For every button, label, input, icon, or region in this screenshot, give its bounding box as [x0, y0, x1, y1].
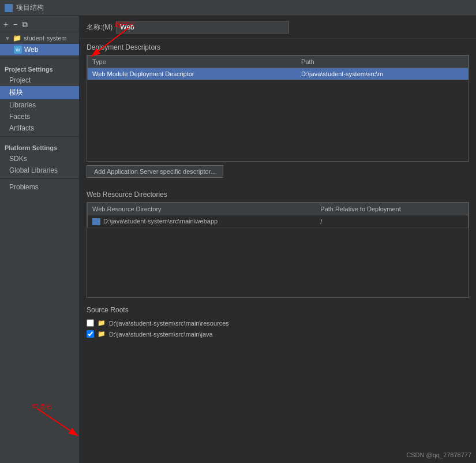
- sidebar-divider-2: [0, 136, 79, 137]
- sidebar-item-global-libraries[interactable]: Global Libraries: [0, 165, 79, 176]
- deployment-descriptors-section: Deployment Descriptors Type Path: [80, 39, 476, 186]
- sidebar-item-libraries[interactable]: Libraries: [0, 99, 79, 111]
- resource-table: Web Resource Directory Path Relative to …: [87, 203, 468, 228]
- sidebar-item-facets[interactable]: Facets: [0, 111, 79, 122]
- sidebar-item-modules[interactable]: 模块: [0, 86, 79, 99]
- content-scroll[interactable]: 名称:(M) Deployment Descriptors Type Path: [80, 16, 476, 463]
- resource-path: /: [316, 215, 468, 228]
- web-resource-title: Web Resource Directories: [87, 191, 469, 199]
- resource-table-container: Web Resource Directory Path Relative to …: [87, 202, 469, 298]
- source-roots-section: Source Roots 📁 D:\java\student-system\sr…: [80, 303, 476, 343]
- source-folder-icon-java: 📁: [98, 330, 106, 338]
- sidebar-divider-1: [0, 58, 79, 58]
- sidebar-item-problems[interactable]: Problems: [0, 181, 79, 193]
- add-descriptor-button[interactable]: Add Application Server specific descript…: [87, 165, 223, 178]
- sidebar-divider-3: [0, 178, 79, 179]
- deployment-title: Deployment Descriptors: [87, 43, 469, 51]
- resource-empty-space: [87, 228, 468, 297]
- source-item-resources: 📁 D:\java\student-system\src\main\resour…: [87, 318, 469, 328]
- tree-root-label: student-system: [24, 35, 67, 42]
- copy-button[interactable]: ⧉: [22, 20, 28, 28]
- table-row[interactable]: Web Module Deployment Descriptor D:\java…: [88, 68, 468, 80]
- source-label-java: D:\java\student-system\src\main\java: [109, 331, 213, 338]
- tree-web-item[interactable]: W Web: [0, 44, 79, 55]
- sidebar-item-project[interactable]: Project: [0, 74, 79, 86]
- tree-root[interactable]: ▼ 📁 student-system: [0, 32, 79, 44]
- descriptor-type: Web Module Deployment Descriptor: [88, 68, 297, 80]
- table-empty-space: [87, 80, 468, 161]
- sidebar-item-sdks[interactable]: SDKs: [0, 153, 79, 165]
- sidebar-toolbar: + − ⧉: [0, 16, 79, 32]
- deployment-table: Type Path Web Module Deployment Descript…: [87, 55, 468, 80]
- name-input[interactable]: [116, 21, 289, 33]
- sidebar: + − ⧉ ▼ 📁 student-system W Web Project S…: [0, 16, 80, 463]
- source-roots-title: Source Roots: [87, 306, 469, 314]
- source-label-resources: D:\java\student-system\src\main\resource…: [109, 320, 229, 327]
- sidebar-item-artifacts[interactable]: Artifacts: [0, 122, 79, 134]
- title-text: 项目结构: [16, 3, 44, 13]
- content-area: 名称:(M) Deployment Descriptors Type Path: [80, 16, 476, 463]
- col-path: Path: [297, 56, 468, 68]
- tree-arrow: ▼: [5, 35, 10, 42]
- tree-web-label: Web: [24, 46, 38, 54]
- deployment-table-container: Type Path Web Module Deployment Descript…: [87, 55, 469, 162]
- source-checkbox-resources[interactable]: [87, 319, 94, 327]
- col-path-relative: Path Relative to Deployment: [316, 203, 468, 215]
- descriptor-path: D:\java\student-system\src\m: [297, 68, 468, 80]
- source-folder-icon-resources: 📁: [98, 319, 106, 327]
- folder-blue-icon: [92, 218, 100, 225]
- web-module-icon: W: [14, 46, 22, 54]
- table-row[interactable]: D:\java\student-system\src\main\webapp /: [88, 215, 468, 228]
- resource-directory: D:\java\student-system\src\main\webapp: [88, 215, 316, 228]
- add-button[interactable]: +: [3, 20, 8, 28]
- col-type: Type: [88, 56, 297, 68]
- folder-icon: 📁: [13, 34, 21, 42]
- title-icon: [5, 4, 13, 12]
- source-item-java: 📁 D:\java\student-system\src\main\java: [87, 328, 469, 339]
- main-container: + − ⧉ ▼ 📁 student-system W Web Project S…: [0, 16, 476, 463]
- web-resource-section: Web Resource Directories Web Resource Di…: [80, 186, 476, 303]
- platform-settings-header: Platform Settings: [0, 143, 79, 153]
- col-web-resource-dir: Web Resource Directory: [88, 203, 316, 215]
- source-checkbox-java[interactable]: [87, 330, 94, 338]
- remove-button[interactable]: −: [13, 20, 17, 28]
- project-settings-header: Project Settings: [0, 64, 79, 74]
- csdn-watermark: CSDN @qq_27878777: [406, 451, 471, 458]
- name-row: 名称:(M): [80, 16, 476, 39]
- title-bar: 项目结构: [0, 0, 476, 16]
- name-label: 名称:(M): [87, 23, 113, 32]
